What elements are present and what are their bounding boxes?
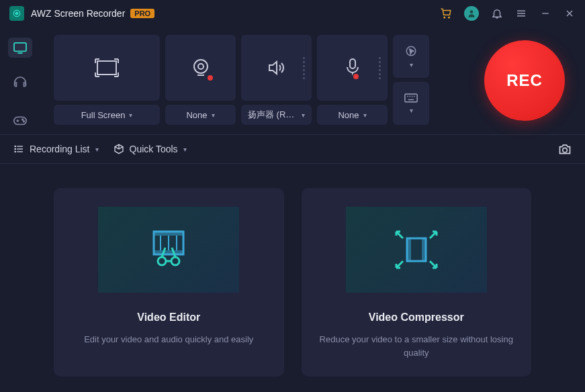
record-button-label: REC <box>506 71 543 90</box>
mic-level-indicator <box>379 57 381 79</box>
speaker-toggle[interactable] <box>241 35 312 101</box>
video-editor-illustration <box>98 207 239 293</box>
titlebar: AWZ Screen Recorder PRO <box>0 0 585 27</box>
webcam-dropdown-label: None <box>186 110 207 120</box>
svg-point-17 <box>24 121 25 122</box>
audio-mode-tab[interactable] <box>8 74 32 94</box>
svg-rect-11 <box>14 43 26 52</box>
svg-rect-39 <box>154 250 183 254</box>
record-area: REC <box>464 27 585 134</box>
svg-point-43 <box>158 257 166 265</box>
chevron-down-icon: ▾ <box>363 111 367 119</box>
quick-tools-button[interactable]: Quick Tools ▾ <box>114 144 187 154</box>
extra-controls: ▾ ▾ <box>393 35 429 134</box>
recording-list-label: Recording List <box>30 144 90 154</box>
svg-rect-38 <box>154 232 183 236</box>
chevron-down-icon: ▾ <box>183 146 187 153</box>
speaker-control: 扬声器 (Rea... ▾ <box>241 35 312 134</box>
capture-controls: Full Screen ▾ None ▾ 扬声器 (Rea... ▾ <box>40 27 464 134</box>
svg-point-35 <box>15 151 15 152</box>
webcam-dropdown[interactable]: None ▾ <box>165 105 236 125</box>
chevron-down-icon: ▾ <box>95 146 99 153</box>
mic-dropdown-label: None <box>338 110 359 120</box>
svg-point-33 <box>15 146 15 146</box>
svg-point-19 <box>194 60 208 73</box>
svg-rect-48 <box>407 238 411 261</box>
video-compressor-card[interactable]: Video Compressor Reduce your video to a … <box>302 188 532 377</box>
main-controls-row: Full Screen ▾ None ▾ 扬声器 (Rea... ▾ <box>0 27 585 134</box>
svg-point-1 <box>15 12 18 15</box>
svg-rect-22 <box>350 59 355 68</box>
left-mode-tabs <box>0 27 40 134</box>
game-mode-tab[interactable] <box>8 110 32 130</box>
speaker-dropdown[interactable]: 扬声器 (Rea... ▾ <box>241 105 312 125</box>
mic-toggle[interactable] <box>317 35 388 101</box>
video-editor-title: Video Editor <box>137 311 200 324</box>
chevron-down-icon: ▾ <box>410 107 413 114</box>
bell-icon[interactable] <box>491 7 503 19</box>
mic-dropdown[interactable]: None ▾ <box>317 105 388 125</box>
pro-badge: PRO <box>130 9 154 18</box>
minimize-icon[interactable] <box>539 7 551 19</box>
cart-icon[interactable] <box>440 7 452 19</box>
chevron-down-icon: ▾ <box>212 111 215 119</box>
chevron-down-icon: ▾ <box>129 111 132 119</box>
quick-tools-label: Quick Tools <box>130 144 178 154</box>
app-logo <box>9 6 24 21</box>
mic-disabled-indicator <box>352 72 360 81</box>
svg-point-34 <box>15 148 15 149</box>
video-compressor-illustration <box>346 207 487 293</box>
titlebar-controls <box>440 6 576 21</box>
svg-point-4 <box>470 10 474 13</box>
svg-point-16 <box>22 119 24 120</box>
chevron-down-icon: ▾ <box>410 61 413 68</box>
app-title: AWZ Screen Recorder <box>31 8 125 19</box>
speaker-level-indicator <box>303 57 305 79</box>
recording-list-button[interactable]: Recording List ▾ <box>13 144 99 154</box>
close-icon[interactable] <box>564 7 576 19</box>
mic-control: None ▾ <box>317 35 388 134</box>
chevron-down-icon: ▾ <box>302 111 305 119</box>
svg-rect-24 <box>405 94 417 102</box>
cursor-overlay-toggle[interactable]: ▾ <box>393 35 429 78</box>
video-editor-card[interactable]: Video Editor Edit your video and audio q… <box>54 188 284 377</box>
region-preview[interactable] <box>54 35 160 101</box>
record-button[interactable]: REC <box>484 40 565 121</box>
menu-icon[interactable] <box>515 7 527 19</box>
svg-point-44 <box>171 257 179 265</box>
webcam-control: None ▾ <box>165 35 236 134</box>
region-dropdown-label: Full Screen <box>81 110 126 120</box>
secondary-toolbar: Recording List ▾ Quick Tools ▾ <box>0 134 585 164</box>
svg-point-3 <box>449 17 450 18</box>
svg-point-36 <box>563 148 568 152</box>
webcam-disabled-indicator <box>206 74 214 82</box>
speaker-dropdown-label: 扬声器 (Rea... <box>248 109 298 121</box>
tools-cards: Video Editor Edit your video and audio q… <box>0 164 585 377</box>
svg-point-20 <box>198 64 204 69</box>
svg-point-2 <box>444 17 445 18</box>
video-compressor-desc: Reduce your video to a smaller size with… <box>315 333 519 359</box>
screen-mode-tab[interactable] <box>8 38 32 58</box>
video-editor-desc: Edit your video and audio quickly and ea… <box>84 333 253 346</box>
region-control: Full Screen ▾ <box>54 35 160 134</box>
svg-rect-18 <box>97 61 116 75</box>
avatar-icon[interactable] <box>464 6 479 21</box>
svg-rect-49 <box>422 238 426 261</box>
keystroke-overlay-toggle[interactable]: ▾ <box>393 82 429 125</box>
video-compressor-title: Video Compressor <box>369 311 464 324</box>
screenshot-button[interactable] <box>558 143 572 155</box>
webcam-toggle[interactable] <box>165 35 236 101</box>
region-dropdown[interactable]: Full Screen ▾ <box>54 105 160 125</box>
